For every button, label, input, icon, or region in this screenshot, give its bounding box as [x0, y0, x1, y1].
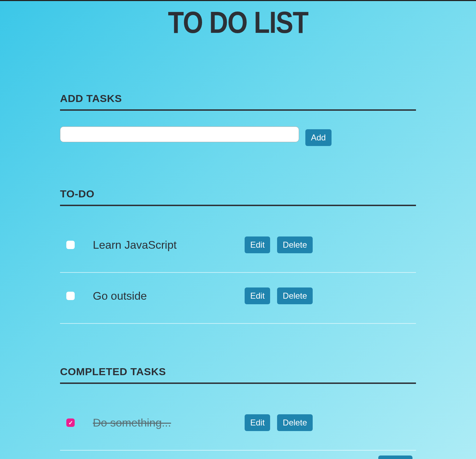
- add-button[interactable]: Add: [305, 129, 332, 146]
- task-text: Learn JavaScript: [93, 239, 245, 252]
- divider: [60, 382, 416, 384]
- edit-button[interactable]: Edit: [245, 287, 270, 304]
- task-item: Do something... Edit Delete: [60, 400, 416, 451]
- edit-button[interactable]: Edit: [245, 414, 270, 431]
- todo-heading: TO-DO: [60, 188, 416, 200]
- app-title: TO DO LIST: [87, 1, 389, 40]
- task-text: Do something...: [93, 416, 245, 429]
- completed-section: COMPLETED TASKS Do something... Edit Del…: [60, 366, 416, 459]
- divider: [60, 205, 416, 206]
- task-item: Learn JavaScript Edit Delete: [60, 222, 416, 273]
- completed-list: Do something... Edit Delete: [60, 400, 416, 451]
- new-task-input[interactable]: [60, 126, 299, 142]
- delete-button[interactable]: Delete: [277, 236, 312, 253]
- todo-list: Learn JavaScript Edit Delete Go outside …: [60, 222, 416, 324]
- todo-section: TO-DO Learn JavaScript Edit Delete Go ou…: [60, 188, 416, 324]
- task-checkbox[interactable]: [66, 241, 75, 249]
- task-item: Go outside Edit Delete: [60, 273, 416, 324]
- delete-button[interactable]: Delete: [277, 287, 312, 304]
- edit-button[interactable]: Edit: [245, 236, 270, 253]
- task-checkbox[interactable]: [66, 418, 75, 427]
- add-tasks-section: ADD TASKS Add: [60, 93, 416, 146]
- task-checkbox[interactable]: [66, 292, 75, 300]
- task-text: Go outside: [93, 290, 245, 303]
- delete-button[interactable]: Delete: [277, 414, 312, 431]
- clear-button[interactable]: Clear: [378, 456, 412, 459]
- add-tasks-heading: ADD TASKS: [60, 93, 416, 104]
- divider: [60, 109, 416, 111]
- completed-heading: COMPLETED TASKS: [60, 366, 416, 378]
